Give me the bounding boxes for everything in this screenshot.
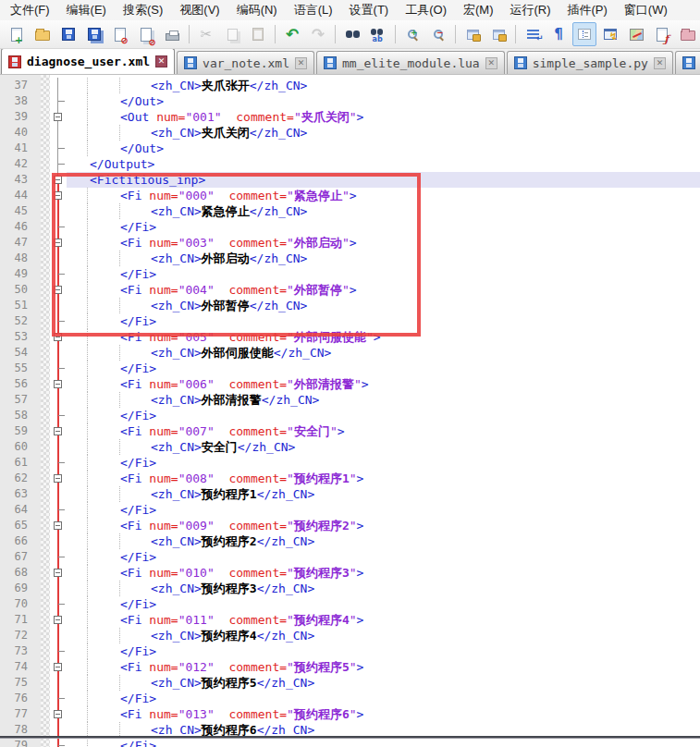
- menu-item-v[interactable]: 视图(V): [171, 0, 227, 21]
- code-line[interactable]: 76</Fi>: [0, 691, 700, 706]
- fold-collapse-box[interactable]: [54, 474, 62, 483]
- code-line[interactable]: 45<zh_CN>紧急停止</zh_CN>: [0, 203, 700, 219]
- code-line[interactable]: 42</Output>: [0, 156, 700, 172]
- code-line[interactable]: 68<Fi num="010" comment="预约程序3">: [0, 565, 700, 581]
- fold-collapse-box[interactable]: [54, 286, 62, 294]
- code-line[interactable]: 59<Fi num="007" comment="安全门">: [0, 423, 700, 439]
- menu-item-t[interactable]: 设置(T): [341, 0, 398, 21]
- menu-item-o[interactable]: 工具(O): [397, 0, 455, 21]
- fold-collapse-box[interactable]: [54, 239, 62, 247]
- show-all-characters-button[interactable]: ¶: [546, 22, 571, 46]
- find-button[interactable]: [340, 22, 364, 46]
- code-line[interactable]: 79</Fi>: [0, 738, 700, 747]
- tab-close-button[interactable]: ✕: [155, 55, 167, 67]
- fold-collapse-box[interactable]: [54, 663, 62, 671]
- close-all-button[interactable]: [134, 22, 158, 46]
- code-line[interactable]: 65<Fi num="009" comment="预约程序2">: [0, 518, 700, 533]
- menu-item-f[interactable]: 文件(F): [2, 0, 58, 21]
- code-line[interactable]: 67</Fi>: [0, 549, 700, 565]
- fold-collapse-box[interactable]: [54, 176, 62, 184]
- code-line[interactable]: 62<Fi num="008" comment="预约程序1">: [0, 471, 700, 486]
- fold-collapse-box[interactable]: [54, 427, 62, 435]
- menu-item-s[interactable]: 搜索(S): [115, 0, 171, 21]
- code-line[interactable]: 57<zh_CN>外部清报警</zh_CN>: [0, 392, 700, 408]
- code-line[interactable]: 51<zh_CN>外部暂停</zh_CN>: [0, 298, 700, 313]
- code-line[interactable]: 69<zh_CN>预约程序3</zh_CN>: [0, 581, 700, 596]
- redo-button[interactable]: ↷: [306, 22, 330, 46]
- code-line[interactable]: 56<Fi num="006" comment="外部清报警">: [0, 376, 700, 392]
- tab-var_note-xml[interactable]: var_note.xml✕: [177, 51, 314, 74]
- word-wrap-button[interactable]: [521, 22, 545, 46]
- code-line[interactable]: 63<zh_CN>预约程序1</zh_CN>: [0, 486, 700, 502]
- zoom-in-button[interactable]: [400, 22, 424, 46]
- cut-button[interactable]: ✂: [194, 22, 218, 46]
- code-line[interactable]: 52</Fi>: [0, 313, 700, 329]
- code-line-current[interactable]: 43<Fictitious_inp>: [0, 172, 700, 188]
- fold-collapse-box[interactable]: [54, 616, 62, 624]
- code-line[interactable]: 53<Fi num="005" comment="外部伺服使能">: [0, 329, 700, 345]
- code-line[interactable]: 77<Fi num="013" comment="预约程序6">: [0, 706, 700, 722]
- sync-vertical-scroll-button[interactable]: [461, 22, 485, 46]
- open-file-button[interactable]: [31, 22, 55, 46]
- code-line[interactable]: 61</Fi>: [0, 455, 700, 471]
- document-map-button[interactable]: [624, 22, 648, 46]
- paste-button[interactable]: [246, 22, 270, 46]
- code-line[interactable]: 75<zh_CN>预约程序5</zh_CN>: [0, 675, 700, 691]
- code-line[interactable]: 38</Out>: [0, 93, 700, 109]
- indent-guide-button[interactable]: [572, 22, 596, 46]
- zoom-out-button[interactable]: [426, 22, 450, 46]
- code-line[interactable]: 37<zh_CN>夹爪张开</zh_CN>: [0, 78, 700, 93]
- fold-collapse-box[interactable]: [54, 380, 62, 388]
- menu-item-n[interactable]: 编码(N): [228, 0, 286, 21]
- menu-item-m[interactable]: 宏(M): [455, 0, 502, 21]
- menu-item-w[interactable]: 窗口(W): [616, 0, 676, 21]
- print-button[interactable]: [160, 22, 184, 46]
- undo-button[interactable]: ↶: [280, 22, 304, 46]
- code-line[interactable]: 58</Fi>: [0, 408, 700, 423]
- fold-collapse-box[interactable]: [54, 191, 62, 200]
- fold-collapse-box[interactable]: [54, 113, 62, 121]
- code-line[interactable]: 44<Fi num="000" comment="紧急停止">: [0, 188, 700, 203]
- code-line[interactable]: 71<Fi num="011" comment="预约程序4">: [0, 612, 700, 628]
- menu-item-p[interactable]: 插件(P): [559, 0, 616, 21]
- code-line[interactable]: 66<zh_CN>预约程序2</zh_CN>: [0, 533, 700, 549]
- code-line[interactable]: 70</Fi>: [0, 596, 700, 612]
- folder-as-workspace-button[interactable]: [676, 22, 700, 46]
- tab-close-button[interactable]: ✕: [295, 57, 307, 69]
- code-line[interactable]: 47<Fi num="003" comment="外部启动">: [0, 235, 700, 251]
- tab-mm_elite_module-lua[interactable]: mm_elite_module.lua✕: [316, 51, 505, 74]
- code-line[interactable]: 72<zh_CN>预约程序4</zh_CN>: [0, 628, 700, 643]
- code-line[interactable]: 64</Fi>: [0, 502, 700, 518]
- close-button[interactable]: [108, 22, 132, 46]
- code-line[interactable]: 39<Out num="001" comment="夹爪关闭">: [0, 109, 700, 125]
- code-line[interactable]: 60<zh_CN>安全门</zh_CN>: [0, 439, 700, 455]
- sync-horizontal-scroll-button[interactable]: [486, 22, 510, 46]
- tab-simple_sample-py[interactable]: simple_sample.py✕: [507, 51, 673, 74]
- fold-collapse-box[interactable]: [54, 521, 62, 530]
- fold-collapse-box[interactable]: [54, 333, 62, 341]
- code-line[interactable]: 74<Fi num="012" comment="预约程序5">: [0, 659, 700, 675]
- code-line[interactable]: 55</Fi>: [0, 361, 700, 376]
- fold-collapse-box[interactable]: [54, 710, 62, 718]
- menu-item-l[interactable]: 语言(L): [286, 0, 341, 21]
- code-line[interactable]: 49</Fi>: [0, 266, 700, 282]
- copy-button[interactable]: [220, 22, 244, 46]
- tab-close-button[interactable]: ✕: [485, 57, 497, 69]
- tab-close-button[interactable]: ✕: [654, 57, 666, 69]
- fold-collapse-box[interactable]: [54, 569, 62, 577]
- replace-button[interactable]: [366, 22, 390, 46]
- code-line[interactable]: 50<Fi num="004" comment="外部暂停">: [0, 282, 700, 298]
- menu-item-e[interactable]: 编辑(E): [58, 0, 115, 21]
- tab-rob[interactable]: Rob✕: [675, 51, 700, 74]
- function-list-button[interactable]: [598, 22, 622, 46]
- code-line[interactable]: 41</Out>: [0, 141, 700, 156]
- save-all-button[interactable]: [82, 22, 106, 46]
- menu-item-r[interactable]: 运行(R): [501, 0, 559, 21]
- code-line[interactable]: 73</Fi>: [0, 643, 700, 659]
- code-line[interactable]: 48<zh_CN>外部启动</zh_CN>: [0, 251, 700, 266]
- save-button[interactable]: [56, 22, 80, 46]
- new-file-button[interactable]: [5, 22, 29, 46]
- tab-diagnose_user-xml[interactable]: diagnose_user.xml✕: [1, 49, 175, 74]
- code-editor[interactable]: 37<zh_CN>夹爪张开</zh_CN>38</Out>39<Out num=…: [0, 75, 700, 747]
- code-line[interactable]: 46</Fi>: [0, 219, 700, 235]
